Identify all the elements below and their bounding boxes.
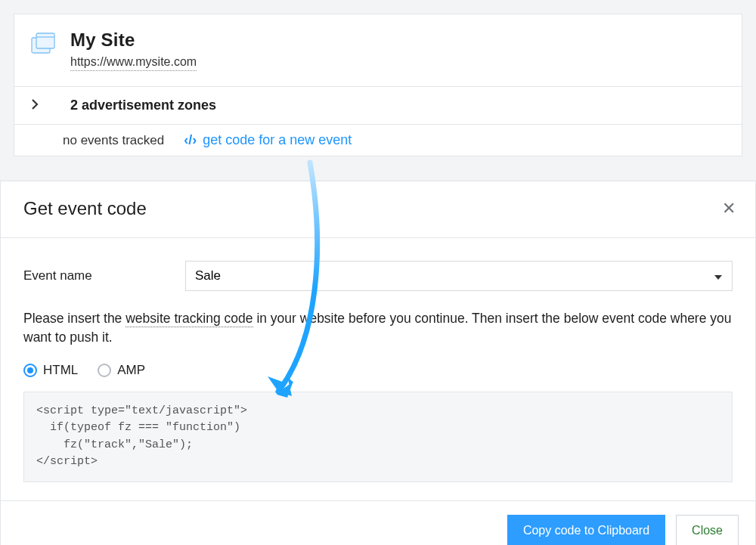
get-code-link-text: get code for a new event	[203, 132, 352, 148]
no-events-label: no events tracked	[63, 133, 164, 148]
event-name-label: Event name	[23, 268, 163, 283]
format-radio-html[interactable]: HTML	[23, 363, 78, 378]
format-radio-group: HTML AMP	[23, 363, 733, 378]
modal-title: Get event code	[23, 198, 147, 219]
code-brackets-icon: ‹/›	[184, 132, 197, 148]
event-code-box[interactable]: <script type="text/javascript"> if(typeo…	[23, 392, 733, 482]
event-code-modal: Get event code ✕ Event name Please inser…	[0, 181, 756, 545]
close-button[interactable]: Close	[676, 515, 739, 545]
chevron-right-icon	[31, 99, 39, 113]
event-name-select-wrap	[185, 261, 733, 291]
get-code-link[interactable]: ‹/› get code for a new event	[184, 132, 352, 148]
radio-selected-icon	[23, 364, 37, 377]
format-radio-amp[interactable]: AMP	[98, 363, 145, 378]
format-radio-html-label: HTML	[43, 363, 78, 378]
site-title: My Site	[70, 29, 197, 51]
format-radio-amp-label: AMP	[117, 363, 145, 378]
event-name-select[interactable]	[185, 261, 733, 291]
tracking-code-link[interactable]: website tracking code	[125, 311, 253, 327]
zones-row[interactable]: 2 advertisement zones	[14, 86, 742, 124]
close-icon[interactable]: ✕	[722, 200, 736, 217]
site-url-link[interactable]: https://www.mysite.com	[70, 55, 197, 71]
site-card: My Site https://www.mysite.com 2 adverti…	[14, 14, 742, 156]
radio-unselected-icon	[98, 364, 111, 377]
svg-rect-1	[36, 33, 54, 48]
site-header: My Site https://www.mysite.com	[14, 14, 742, 86]
site-pages-icon	[31, 33, 57, 58]
zones-label: 2 advertisement zones	[70, 98, 216, 113]
help-text: Please insert the website tracking code …	[23, 309, 733, 348]
copy-button[interactable]: Copy code to Clipboard	[507, 515, 665, 545]
modal-footer: Copy code to Clipboard Close	[1, 500, 755, 545]
events-row: no events tracked ‹/› get code for a new…	[14, 124, 742, 156]
